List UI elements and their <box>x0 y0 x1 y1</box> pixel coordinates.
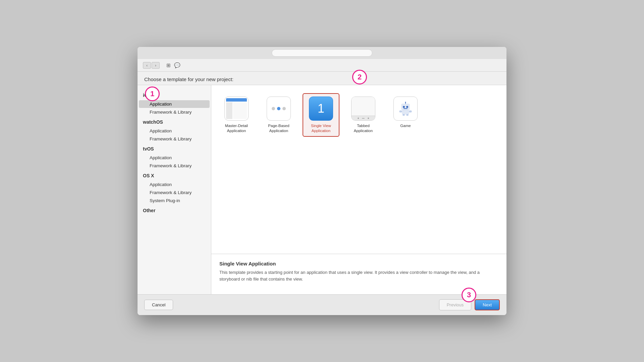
description-area: Single View Application This template pr… <box>211 254 506 294</box>
sidebar-item-watchos-framework[interactable]: Framework & Library <box>139 135 210 143</box>
sidebar-item-watchos-application[interactable]: Application <box>139 127 210 135</box>
single-view-label: Single ViewApplication <box>311 123 331 133</box>
sidebar-section-ios: iOS <box>138 90 211 100</box>
search-bar[interactable] <box>272 49 372 57</box>
nav-arrows: ‹ › <box>143 62 160 69</box>
tab-star-1: ★ <box>357 117 359 120</box>
svg-point-1 <box>403 106 405 108</box>
toolbar: ‹ › ⊞ 💬 <box>138 59 506 72</box>
svg-point-2 <box>406 106 408 108</box>
dots-row <box>272 107 286 110</box>
sidebar-section-other: Other <box>138 206 211 215</box>
sidebar-section-watchos: watchOS <box>138 117 211 127</box>
toolbar-chat-icon[interactable]: 💬 <box>174 62 180 68</box>
game-label: Game <box>400 123 411 128</box>
game-icon <box>393 97 418 121</box>
dot-2 <box>277 107 280 110</box>
single-view-icon: 1 <box>309 97 333 121</box>
sidebar-item-ios-application[interactable]: Application <box>139 100 210 108</box>
svg-rect-8 <box>409 111 412 112</box>
tab-star-2: ••• <box>362 117 364 119</box>
prompt-text: Choose a template for your new project: <box>144 76 500 82</box>
svg-point-5 <box>405 102 406 103</box>
tabbed-label: TabbedApplication <box>354 123 373 133</box>
right-buttons: Previous Next <box>439 299 500 310</box>
icon-bar <box>226 98 247 102</box>
tabbed-content <box>352 97 375 116</box>
sidebar-item-osx-framework[interactable]: Framework & Library <box>139 189 210 196</box>
sidebar-item-tvos-framework[interactable]: Framework & Library <box>139 162 210 170</box>
main-content: iOS Application Framework & Library watc… <box>138 85 506 294</box>
previous-button[interactable]: Previous <box>439 299 472 310</box>
new-project-dialog: ‹ › ⊞ 💬 Choose a template for your new p… <box>138 47 506 315</box>
template-single-view[interactable]: 1 Single ViewApplication <box>303 93 339 137</box>
sidebar-item-osx-plugin[interactable]: System Plug-in <box>139 197 210 204</box>
icon-split <box>226 102 247 119</box>
master-detail-icon-graphic <box>225 97 248 120</box>
master-detail-icon <box>224 97 249 121</box>
description-title: Single View Application <box>219 261 498 266</box>
sidebar-section-tvos: tvOS <box>138 144 211 154</box>
template-grid: Master-DetailApplication <box>211 85 506 254</box>
icon-split-right <box>233 102 247 119</box>
svg-rect-3 <box>404 108 408 109</box>
back-arrow[interactable]: ‹ <box>143 62 151 69</box>
robot-svg <box>398 101 413 116</box>
description-text: This template provides a starting point … <box>219 269 498 282</box>
dot-1 <box>272 107 275 110</box>
game-icon-graphic <box>394 97 417 120</box>
template-tabbed[interactable]: ★ ••• ★ TabbedApplication <box>345 93 382 137</box>
master-detail-label: Master-DetailApplication <box>225 123 248 133</box>
sidebar-section-osx: OS X <box>138 171 211 180</box>
svg-rect-0 <box>401 104 410 110</box>
tabbed-icon: ★ ••• ★ <box>351 97 375 121</box>
icon-split-left <box>226 102 232 119</box>
page-based-label: Page-BasedApplication <box>268 123 289 133</box>
page-based-icon-graphic <box>267 97 290 120</box>
template-page-based[interactable]: Page-BasedApplication <box>260 93 297 137</box>
sidebar-item-ios-framework[interactable]: Framework & Library <box>139 108 210 116</box>
forward-arrow[interactable]: › <box>152 62 160 69</box>
number-one: 1 <box>318 102 324 116</box>
page-based-icon <box>267 97 291 121</box>
cancel-button[interactable]: Cancel <box>144 300 173 310</box>
svg-rect-10 <box>407 114 408 116</box>
svg-rect-9 <box>403 114 405 116</box>
tab-star-3: ★ <box>367 117 369 120</box>
template-master-detail[interactable]: Master-DetailApplication <box>218 93 255 137</box>
svg-rect-6 <box>402 110 409 114</box>
template-area: Master-DetailApplication <box>211 85 506 294</box>
sidebar: iOS Application Framework & Library watc… <box>138 85 211 294</box>
tabbed-bar: ★ ••• ★ <box>352 116 375 120</box>
svg-rect-7 <box>399 111 402 112</box>
sidebar-item-tvos-application[interactable]: Application <box>139 154 210 162</box>
next-button[interactable]: Next <box>475 299 500 310</box>
dot-3 <box>282 107 286 110</box>
template-game[interactable]: Game <box>387 93 424 137</box>
sidebar-item-osx-application[interactable]: Application <box>139 181 210 188</box>
button-bar: Cancel Previous Next <box>138 294 506 315</box>
single-view-icon-graphic: 1 <box>309 97 333 120</box>
toolbar-grid-icon[interactable]: ⊞ <box>166 62 171 68</box>
tabbed-icon-graphic: ★ ••• ★ <box>352 97 375 120</box>
top-bar <box>138 47 506 59</box>
